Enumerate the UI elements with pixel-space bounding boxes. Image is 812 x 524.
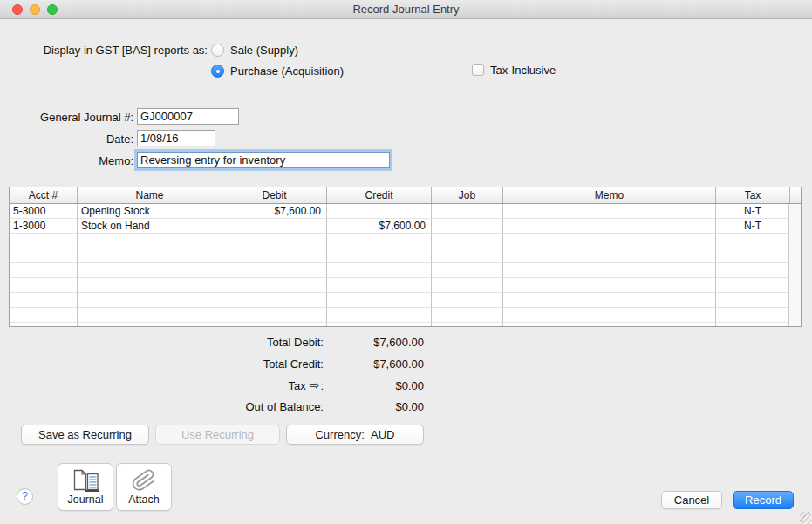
cell-acct[interactable]: 5-3000 [10, 204, 78, 219]
cell-acct[interactable] [10, 308, 78, 323]
cell-name[interactable] [78, 278, 222, 293]
cell-job[interactable] [432, 308, 503, 323]
resize-grip[interactable] [800, 512, 811, 523]
cell-name[interactable] [78, 248, 222, 263]
radio-purchase-acquisition[interactable] [211, 65, 224, 78]
table-row: 1-3000 Stock on Hand $7,600.00 N-T [10, 219, 801, 234]
cell-credit[interactable] [327, 293, 432, 308]
cell-tax[interactable] [716, 263, 790, 278]
cell-acct[interactable] [10, 263, 78, 278]
paperclip-icon [131, 468, 157, 493]
cell-credit[interactable] [327, 248, 432, 263]
total-credit-value: $7,600.00 [331, 357, 424, 371]
cell-debit[interactable] [222, 219, 327, 234]
cell-memo[interactable] [503, 278, 716, 293]
cell-debit[interactable] [222, 278, 327, 293]
radio-sale-supply-label[interactable]: Sale (Supply) [230, 44, 298, 57]
cell-memo[interactable] [503, 308, 716, 323]
cell-tax[interactable] [716, 234, 790, 248]
cell-debit[interactable] [222, 248, 327, 263]
radio-sale-supply[interactable] [211, 44, 224, 57]
column-header-job: Job [432, 187, 503, 203]
table-row-empty [10, 308, 801, 323]
cell-credit[interactable]: $7,600.00 [327, 219, 432, 234]
cell-tax[interactable]: N-T [716, 219, 790, 234]
column-header-memo: Memo [503, 187, 716, 203]
cell-memo[interactable] [503, 293, 716, 308]
cell-name[interactable] [78, 308, 222, 323]
cell-tax[interactable] [716, 323, 790, 326]
tax-detail-arrow-icon[interactable]: ⇨ [310, 380, 320, 391]
cell-job[interactable] [432, 278, 503, 293]
attach-button[interactable]: Attach [116, 463, 172, 511]
cell-job[interactable] [432, 204, 503, 219]
cell-debit[interactable] [222, 234, 327, 248]
currency-button[interactable]: Currency: AUD [286, 425, 424, 445]
table-row-empty [10, 323, 801, 326]
cell-tax[interactable] [716, 308, 790, 323]
help-button[interactable]: ? [17, 488, 33, 505]
table-right-gutter [788, 204, 801, 326]
cell-acct[interactable]: 1-3000 [10, 219, 78, 234]
cell-debit[interactable] [222, 308, 327, 323]
cell-tax[interactable]: N-T [716, 204, 790, 219]
general-journal-number-input[interactable] [137, 108, 239, 125]
cell-debit[interactable] [222, 263, 327, 278]
cell-credit[interactable] [327, 323, 432, 326]
cell-credit[interactable] [327, 308, 432, 323]
cell-debit[interactable] [222, 293, 327, 308]
cell-name[interactable] [78, 234, 222, 248]
cell-credit[interactable] [327, 263, 432, 278]
cell-acct[interactable] [10, 293, 78, 308]
cell-credit[interactable] [327, 204, 432, 219]
journal-button[interactable]: Journal [58, 463, 113, 511]
cell-acct[interactable] [10, 278, 78, 293]
tax-inclusive-label[interactable]: Tax-Inclusive [490, 64, 556, 77]
cell-credit[interactable] [327, 278, 432, 293]
cell-tax[interactable] [716, 293, 790, 308]
tax-inclusive-checkbox[interactable] [472, 64, 484, 76]
column-header-credit: Credit [327, 187, 432, 203]
cell-memo[interactable] [503, 204, 716, 219]
radio-purchase-acquisition-label[interactable]: Purchase (Acquisition) [230, 65, 344, 78]
cell-name[interactable] [78, 293, 222, 308]
cell-job[interactable] [432, 323, 503, 326]
cell-acct[interactable] [10, 323, 78, 326]
cell-memo[interactable] [503, 219, 716, 234]
use-recurring-button[interactable]: Use Recurring [155, 425, 280, 445]
cell-job[interactable] [432, 234, 503, 248]
cell-job[interactable] [432, 248, 503, 263]
table-row-empty [10, 278, 801, 293]
cell-job[interactable] [432, 263, 503, 278]
cell-memo[interactable] [503, 248, 716, 263]
save-as-recurring-button[interactable]: Save as Recurring [21, 425, 149, 445]
out-of-balance-value: $0.00 [331, 400, 424, 413]
table-row-empty [10, 234, 801, 248]
journal-lines-table: Acct # Name Debit Credit Job Memo Tax 5-… [9, 187, 802, 327]
out-of-balance-label: Out of Balance: [131, 400, 324, 413]
journal-book-icon [70, 468, 101, 493]
cell-debit[interactable] [222, 323, 327, 326]
cell-memo[interactable] [503, 263, 716, 278]
cancel-button[interactable]: Cancel [661, 491, 722, 509]
cell-debit[interactable]: $7,600.00 [222, 204, 327, 219]
bottom-divider [10, 453, 802, 453]
table-body: 5-3000 Opening Stock $7,600.00 N-T 1-300… [10, 204, 801, 326]
cell-job[interactable] [432, 293, 503, 308]
cell-job[interactable] [432, 219, 503, 234]
record-button[interactable]: Record [733, 491, 794, 509]
date-input[interactable] [137, 130, 215, 146]
cell-name[interactable]: Opening Stock [78, 204, 222, 219]
cell-credit[interactable] [327, 234, 432, 248]
cell-acct[interactable] [10, 234, 78, 248]
cell-tax[interactable] [716, 248, 790, 263]
cell-name[interactable]: Stock on Hand [78, 219, 222, 234]
cell-memo[interactable] [503, 323, 716, 326]
cell-memo[interactable] [503, 234, 716, 248]
memo-input[interactable] [137, 152, 390, 168]
cell-acct[interactable] [10, 248, 78, 263]
cell-name[interactable] [78, 263, 222, 278]
cell-tax[interactable] [716, 278, 790, 293]
attach-button-label: Attach [117, 493, 171, 506]
cell-name[interactable] [78, 323, 222, 326]
